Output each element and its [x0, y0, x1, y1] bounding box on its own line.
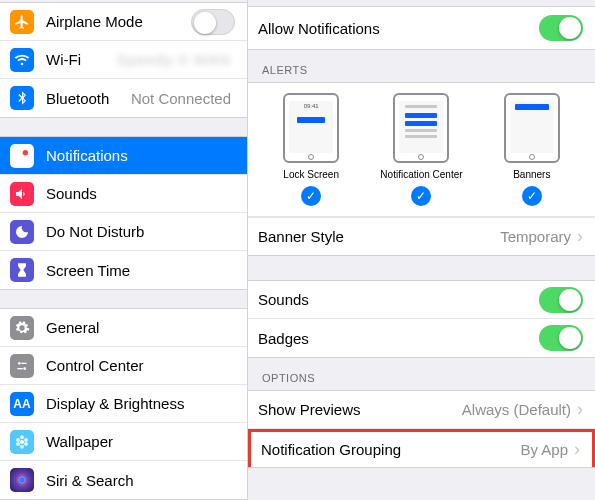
svg-point-2 [18, 362, 21, 365]
notifications-label: Notifications [46, 147, 235, 164]
alert-center-label: Notification Center [380, 169, 462, 180]
options-group: Show Previews Always (Default) › Notific… [248, 390, 595, 468]
alert-lock-screen[interactable]: 09:41 Lock Screen ✓ [257, 93, 366, 206]
moon-icon [10, 220, 34, 244]
chevron-right-icon: › [577, 226, 583, 247]
check-icon: ✓ [411, 186, 431, 206]
display-label: Display & Brightness [46, 395, 235, 412]
sidebar-item-display[interactable]: AA Display & Brightness [0, 385, 247, 423]
sounds-toggle[interactable] [539, 287, 583, 313]
svg-point-9 [24, 442, 28, 446]
show-previews-row[interactable]: Show Previews Always (Default) › [248, 391, 595, 429]
chevron-right-icon: › [577, 399, 583, 420]
sounds-badges-group: Sounds Badges [248, 280, 595, 358]
svg-point-6 [20, 440, 24, 444]
controls-icon [10, 354, 34, 378]
sounds-icon [10, 182, 34, 206]
wallpaper-label: Wallpaper [46, 433, 235, 450]
alerts-options: 09:41 Lock Screen ✓ Notification Cen [248, 83, 595, 217]
sounds-label: Sounds [258, 291, 539, 308]
hourglass-icon [10, 258, 34, 282]
svg-rect-3 [21, 362, 26, 363]
allow-toggle[interactable] [539, 15, 583, 41]
airplane-icon [10, 10, 34, 34]
flower-icon [10, 430, 34, 454]
svg-rect-5 [17, 368, 22, 369]
sidebar-group-connectivity: Airplane Mode Wi-Fi Speedy-5 WAN Bluetoo… [0, 2, 247, 118]
bluetooth-icon [10, 86, 34, 110]
sidebar-item-airplane-mode[interactable]: Airplane Mode [0, 3, 247, 41]
sounds-row[interactable]: Sounds [248, 281, 595, 319]
show-previews-value: Always (Default) [462, 401, 571, 418]
settings-sidebar: Airplane Mode Wi-Fi Speedy-5 WAN Bluetoo… [0, 0, 248, 500]
alert-banners[interactable]: Banners ✓ [477, 93, 586, 206]
sidebar-item-control-center[interactable]: Control Center [0, 347, 247, 385]
svg-point-11 [16, 442, 20, 446]
control-center-label: Control Center [46, 357, 235, 374]
siri-icon [10, 468, 34, 492]
badges-toggle[interactable] [539, 325, 583, 351]
allow-notifications-row[interactable]: Allow Notifications [248, 7, 595, 49]
general-label: General [46, 319, 235, 336]
bluetooth-value: Not Connected [131, 90, 231, 107]
sidebar-item-siri[interactable]: Siri & Search [0, 461, 247, 499]
notification-grouping-row[interactable]: Notification Grouping By App › [248, 429, 595, 467]
svg-point-4 [23, 367, 26, 370]
detail-panel: Allow Notifications ALERTS 09:41 Lock Sc… [248, 0, 595, 500]
gear-icon [10, 316, 34, 340]
allow-group: Allow Notifications [248, 6, 595, 50]
check-icon: ✓ [522, 186, 542, 206]
svg-point-1 [23, 150, 28, 155]
notification-grouping-label: Notification Grouping [261, 441, 520, 458]
allow-label: Allow Notifications [258, 20, 539, 37]
center-preview [393, 93, 449, 163]
sounds-label: Sounds [46, 185, 235, 202]
alert-lock-label: Lock Screen [283, 169, 339, 180]
sidebar-group-general: General Control Center AA Display & Brig… [0, 308, 247, 500]
svg-point-7 [20, 435, 24, 439]
badges-label: Badges [258, 330, 539, 347]
bluetooth-label: Bluetooth [46, 90, 131, 107]
show-previews-label: Show Previews [258, 401, 462, 418]
notification-grouping-value: By App [520, 441, 568, 458]
badges-row[interactable]: Badges [248, 319, 595, 357]
siri-label: Siri & Search [46, 472, 235, 489]
screen-time-label: Screen Time [46, 262, 235, 279]
wifi-label: Wi-Fi [46, 51, 116, 68]
check-icon: ✓ [301, 186, 321, 206]
dnd-label: Do Not Disturb [46, 223, 235, 240]
banners-preview [504, 93, 560, 163]
sidebar-item-notifications[interactable]: Notifications [0, 137, 247, 175]
options-header: OPTIONS [248, 358, 595, 390]
wifi-value: Speedy-5 WAN [116, 51, 231, 68]
wifi-icon [10, 48, 34, 72]
sidebar-item-wallpaper[interactable]: Wallpaper [0, 423, 247, 461]
chevron-right-icon: › [574, 439, 580, 460]
sidebar-item-dnd[interactable]: Do Not Disturb [0, 213, 247, 251]
aa-icon: AA [10, 392, 34, 416]
svg-point-10 [20, 444, 24, 448]
sidebar-item-bluetooth[interactable]: Bluetooth Not Connected [0, 79, 247, 117]
airplane-label: Airplane Mode [46, 13, 191, 30]
banner-style-row[interactable]: Banner Style Temporary › [248, 217, 595, 255]
alert-banners-label: Banners [513, 169, 550, 180]
sidebar-item-wifi[interactable]: Wi-Fi Speedy-5 WAN [0, 41, 247, 79]
sidebar-item-general[interactable]: General [0, 309, 247, 347]
alert-notification-center[interactable]: Notification Center ✓ [367, 93, 476, 206]
sidebar-item-sounds[interactable]: Sounds [0, 175, 247, 213]
sidebar-item-screen-time[interactable]: Screen Time [0, 251, 247, 289]
notifications-icon [10, 144, 34, 168]
sidebar-group-notifications: Notifications Sounds Do Not Disturb Scre… [0, 136, 247, 290]
alerts-card: 09:41 Lock Screen ✓ Notification Cen [248, 82, 595, 256]
lock-screen-preview: 09:41 [283, 93, 339, 163]
banner-style-value: Temporary [500, 228, 571, 245]
svg-point-8 [24, 438, 28, 442]
airplane-toggle[interactable] [191, 9, 235, 35]
svg-point-12 [16, 438, 20, 442]
svg-point-14 [19, 477, 26, 484]
alerts-header: ALERTS [248, 50, 595, 82]
banner-style-label: Banner Style [258, 228, 500, 245]
